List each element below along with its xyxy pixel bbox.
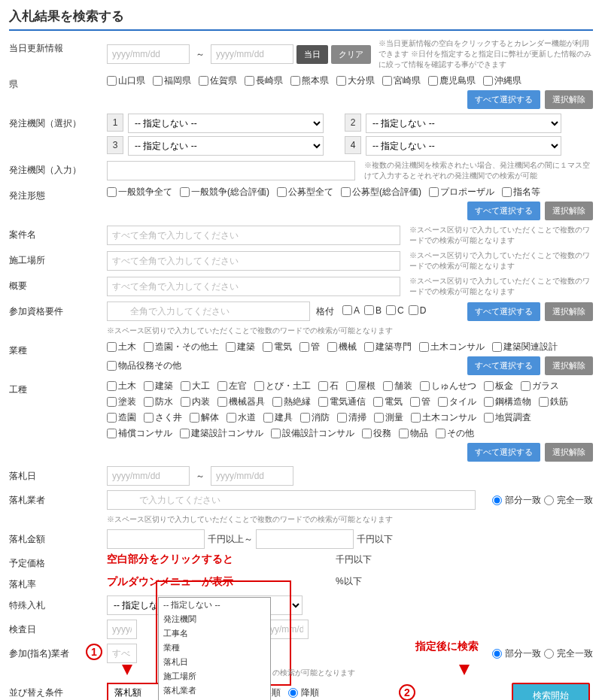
award-amt-to[interactable] (256, 529, 354, 549)
summary-input[interactable] (107, 277, 400, 296)
dd-item[interactable]: 工事名 (159, 626, 270, 641)
chk-土木コンサル[interactable]: 土木コンサル (419, 341, 485, 353)
chk-鹿児島県[interactable]: 鹿児島県 (428, 74, 476, 87)
work-list-clear[interactable]: 選択解除 (545, 443, 593, 462)
chk-設備設計コンサル[interactable]: 設備設計コンサル (271, 427, 354, 440)
chk-一般競争(総合評価)[interactable]: 一般競争(総合評価) (180, 186, 269, 198)
award-date-to[interactable] (211, 466, 293, 486)
award-co-input[interactable] (107, 490, 476, 510)
bidtype-list-all[interactable]: すべて選択する (467, 202, 540, 220)
chk-左官[interactable]: 左官 (217, 380, 247, 392)
dd-item[interactable]: 落札日 (159, 655, 270, 669)
chk-防水[interactable]: 防水 (144, 395, 173, 408)
chk-地質調査[interactable]: 地質調査 (484, 411, 531, 424)
chk-長崎県[interactable]: 長崎県 (245, 74, 283, 87)
grade-A[interactable]: A (342, 305, 360, 316)
chk-熊本県[interactable]: 熊本県 (290, 74, 329, 87)
place-input[interactable] (107, 251, 400, 271)
chk-電気通信[interactable]: 電気通信 (318, 395, 366, 408)
grade-C[interactable]: C (386, 305, 404, 316)
org-select-1[interactable]: -- 指定しない -- (128, 114, 324, 133)
chk-ガラス[interactable]: ガラス (521, 380, 559, 392)
bidtype-list-clear[interactable]: 選択解除 (545, 202, 593, 220)
chk-土木コンサル[interactable]: 土木コンサル (411, 411, 476, 424)
chk-管[interactable]: 管 (299, 341, 320, 353)
chk-塗装[interactable]: 塗装 (107, 395, 136, 408)
org-input[interactable] (107, 161, 355, 180)
chk-清掃[interactable]: 清掃 (337, 411, 366, 424)
org-select-4[interactable]: -- 指定しない -- (366, 136, 561, 156)
chk-建築[interactable]: 建築 (226, 341, 255, 353)
award-co-exact[interactable]: 完全一致 (544, 494, 593, 507)
chk-管[interactable]: 管 (410, 395, 430, 408)
chk-内装[interactable]: 内装 (181, 395, 210, 408)
chk-タイル[interactable]: タイル (438, 395, 476, 408)
sort1-desc[interactable]: 降順 (288, 686, 319, 699)
chk-消防[interactable]: 消防 (300, 411, 330, 424)
chk-その他[interactable]: その他 (436, 427, 474, 440)
chk-土木[interactable]: 土木 (107, 380, 136, 392)
org-select-3[interactable]: -- 指定しない -- (128, 136, 324, 156)
chk-山口県[interactable]: 山口県 (107, 74, 145, 87)
chk-建築[interactable]: 建築 (144, 380, 173, 392)
chk-公募型全て[interactable]: 公募型全て (277, 186, 333, 198)
chk-建具[interactable]: 建具 (263, 411, 293, 424)
qual-clear[interactable]: 選択解除 (545, 302, 593, 321)
chk-機械[interactable]: 機械 (327, 341, 357, 353)
chk-機械器具[interactable]: 機械器具 (217, 395, 265, 408)
chk-建築設計コンサル[interactable]: 建築設計コンサル (180, 427, 263, 440)
name-input[interactable] (107, 226, 400, 245)
participant-exact[interactable]: 完全一致 (544, 647, 593, 660)
participant-partial[interactable]: 部分一致 (492, 647, 541, 660)
chk-土木[interactable]: 土木 (107, 341, 136, 353)
chk-解体[interactable]: 解体 (190, 411, 219, 424)
pref-list-clear[interactable]: 選択解除 (545, 90, 593, 109)
participant-input[interactable] (107, 644, 137, 663)
chk-鉄筋[interactable]: 鉄筋 (539, 395, 568, 408)
chk-屋根[interactable]: 屋根 (346, 380, 375, 392)
qual-input[interactable] (107, 302, 310, 321)
chk-鋼構造物[interactable]: 鋼構造物 (484, 395, 531, 408)
chk-とび・土工[interactable]: とび・土工 (254, 380, 311, 392)
btn-today[interactable]: 当日 (296, 45, 328, 64)
chk-しゅんせつ[interactable]: しゅんせつ (420, 380, 476, 392)
chk-補償コンサル[interactable]: 補償コンサル (107, 427, 172, 440)
chk-電気[interactable]: 電気 (373, 395, 403, 408)
chk-造園・その他土[interactable]: 造園・その他土 (144, 341, 218, 353)
chk-さく井[interactable]: さく井 (144, 411, 182, 424)
chk-指名等[interactable]: 指名等 (502, 186, 540, 198)
chk-石[interactable]: 石 (318, 380, 339, 392)
award-amt-from[interactable] (107, 529, 205, 549)
chk-佐賀県[interactable]: 佐賀県 (199, 74, 237, 87)
chk-福岡県[interactable]: 福岡県 (153, 74, 191, 87)
pref-list-all[interactable]: すべて選択する (467, 90, 540, 109)
industry-list-clear[interactable]: 選択解除 (545, 356, 593, 375)
chk-建築関連設計[interactable]: 建築関連設計 (492, 341, 558, 353)
inspect-from[interactable] (107, 620, 137, 639)
btn-search[interactable]: 検索開始 (512, 683, 590, 700)
chk-測量[interactable]: 測量 (374, 411, 403, 424)
award-co-partial[interactable]: 部分一致 (492, 494, 541, 507)
chk-大分県[interactable]: 大分県 (336, 74, 375, 87)
chk-役務[interactable]: 役務 (362, 427, 391, 440)
grade-D[interactable]: D (409, 305, 427, 316)
dropdown-panel[interactable]: -- 指定しない --発注機関工事名業種落札日施工場所落札業者落札額検査日工事成… (158, 597, 271, 700)
dd-item[interactable]: -- 指定しない -- (159, 598, 270, 612)
chk-建築専門[interactable]: 建築専門 (364, 341, 412, 353)
update-date-to[interactable] (211, 44, 293, 64)
chk-沖縄県[interactable]: 沖縄県 (483, 74, 521, 87)
chk-熱絶縁[interactable]: 熱絶縁 (272, 395, 311, 408)
dd-item[interactable]: 落札業者 (159, 683, 270, 698)
chk-舗装[interactable]: 舗装 (383, 380, 412, 392)
dd-item[interactable]: 業種 (159, 641, 270, 655)
chk-公募型(総合評価)[interactable]: 公募型(総合評価) (341, 186, 421, 198)
chk-大工[interactable]: 大工 (181, 380, 210, 392)
chk-プロポーザル[interactable]: プロポーザル (429, 186, 494, 198)
chk-物品役務その他[interactable]: 物品役務その他 (107, 359, 181, 372)
chk-一般競争全て[interactable]: 一般競争全て (107, 186, 172, 198)
grade-B[interactable]: B (364, 305, 382, 316)
dd-item[interactable]: 施工場所 (159, 669, 270, 683)
industry-list-all[interactable]: すべて選択する (467, 356, 540, 375)
chk-造園[interactable]: 造園 (107, 411, 136, 424)
award-date-from[interactable] (107, 466, 190, 486)
